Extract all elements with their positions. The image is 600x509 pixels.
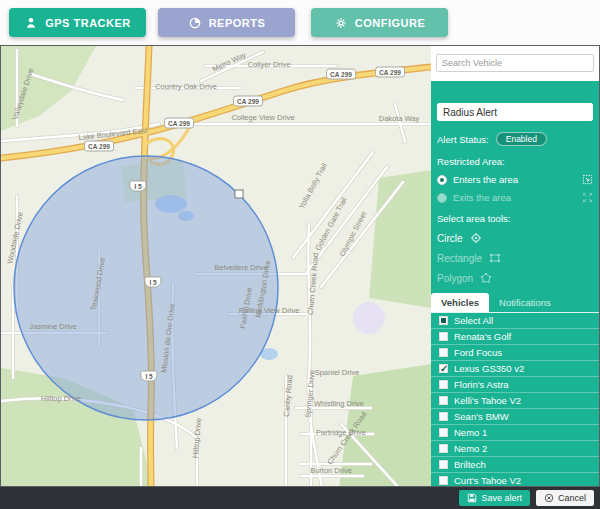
gps-tracker-app: GPS TRACKER REPORTS CONFIGURE	[0, 0, 600, 509]
tool-polygon[interactable]: Polygon	[437, 272, 593, 284]
vehicle-name: Nemo 1	[454, 427, 487, 438]
cancel-label: Cancel	[558, 493, 586, 503]
save-alert-button[interactable]: Save alert	[459, 490, 530, 506]
exits-area-label: Exits the area	[453, 192, 511, 203]
vehicle-name: Florin's Astra	[454, 379, 509, 390]
top-navigation-bar: GPS TRACKER REPORTS CONFIGURE	[0, 0, 600, 45]
alert-name-input[interactable]	[437, 103, 593, 121]
vehicle-checkbox[interactable]	[439, 476, 448, 485]
vehicle-name: Nemo 2	[454, 443, 487, 454]
vehicle-list: Select AllRenata's GolfFord FocusLexus G…	[431, 313, 599, 486]
tool-polygon-label: Polygon	[437, 273, 473, 284]
tab-notifications[interactable]: Notifications	[489, 293, 561, 312]
vehicle-checkbox[interactable]	[439, 364, 448, 373]
vehicle-name: Briltech	[454, 459, 486, 470]
reports-button[interactable]: REPORTS	[158, 8, 295, 37]
vehicle-row[interactable]: Nemo 1	[431, 425, 599, 441]
cancel-icon	[544, 493, 554, 503]
alert-sidebar: Alert Status: Enabled Restricted Area: E…	[431, 46, 599, 486]
enters-area-label: Enters the area	[453, 174, 518, 185]
enters-area-radio[interactable]	[437, 175, 447, 185]
vehicle-row[interactable]: Curt's Tahoe V2	[431, 473, 599, 486]
vehicle-checkbox[interactable]	[439, 316, 448, 325]
vehicle-row[interactable]: Ford Focus	[431, 345, 599, 361]
vehicle-name: Sean's BMW	[454, 411, 509, 422]
vehicle-row[interactable]: Briltech	[431, 457, 599, 473]
exits-area-option[interactable]: Exits the area	[437, 192, 593, 203]
main-content: Valleydale DriveCountry Oak DriveMetro W…	[0, 45, 600, 487]
area-tools-label: Select area tools:	[437, 213, 593, 224]
vehicle-row[interactable]: Kelli's Tahoe V2	[431, 393, 599, 409]
vehicle-row[interactable]: Select All	[431, 313, 599, 329]
park-area	[339, 364, 431, 486]
park-area	[369, 170, 431, 308]
tool-circle-label: Circle	[437, 233, 463, 244]
cancel-button[interactable]: Cancel	[536, 490, 594, 506]
tool-rectangle-label: Rectangle	[437, 253, 482, 264]
save-icon	[467, 493, 477, 503]
reports-label: REPORTS	[209, 17, 266, 29]
vehicle-row[interactable]: Florin's Astra	[431, 377, 599, 393]
vehicle-checkbox[interactable]	[439, 412, 448, 421]
search-vehicle-input[interactable]	[436, 54, 594, 72]
vehicle-checkbox[interactable]	[439, 428, 448, 437]
landmark-area	[353, 302, 385, 334]
vehicle-checkbox[interactable]	[439, 348, 448, 357]
tab-vehicles[interactable]: Vehicles	[431, 293, 489, 312]
circle-resize-handle[interactable]	[235, 190, 243, 198]
vehicle-checkbox[interactable]	[439, 380, 448, 389]
vehicle-name: Ford Focus	[454, 347, 502, 358]
search-area	[431, 46, 599, 81]
save-alert-label: Save alert	[481, 493, 522, 503]
tool-circle[interactable]: Circle	[437, 232, 593, 244]
vehicle-checkbox[interactable]	[439, 460, 448, 469]
gps-tracker-label: GPS TRACKER	[45, 17, 131, 29]
vehicle-name: Curt's Tahoe V2	[454, 475, 521, 486]
vehicle-name: Lexus GS350 v2	[454, 363, 524, 374]
sidebar-tabs: Vehicles Notifications	[431, 293, 599, 313]
polygon-tool-icon	[480, 272, 492, 284]
vehicle-name: Kelli's Tahoe V2	[454, 395, 521, 406]
tool-rectangle[interactable]: Rectangle	[437, 252, 593, 264]
vehicle-checkbox[interactable]	[439, 332, 448, 341]
vehicle-name: Select All	[454, 315, 493, 326]
exits-area-radio[interactable]	[437, 193, 447, 203]
footer-bar: Save alert Cancel	[0, 487, 600, 509]
map-canvas	[1, 46, 431, 486]
configure-button[interactable]: CONFIGURE	[311, 8, 448, 37]
configure-label: CONFIGURE	[355, 17, 426, 29]
vehicle-row[interactable]: Nemo 2	[431, 441, 599, 457]
configure-icon	[334, 16, 348, 30]
reports-icon	[188, 16, 202, 30]
vehicle-row[interactable]: Sean's BMW	[431, 409, 599, 425]
exit-area-icon	[582, 192, 593, 203]
rectangle-tool-icon	[489, 252, 501, 264]
restricted-area-label: Restricted Area:	[437, 156, 593, 167]
vehicle-row[interactable]: Renata's Golf	[431, 329, 599, 345]
gps-tracker-icon	[24, 16, 38, 30]
vehicle-name: Renata's Golf	[454, 331, 511, 342]
enter-area-icon	[582, 174, 593, 185]
enters-area-option[interactable]: Enters the area	[437, 174, 593, 185]
alert-panel: Alert Status: Enabled Restricted Area: E…	[431, 81, 599, 486]
map[interactable]: Valleydale DriveCountry Oak DriveMetro W…	[1, 46, 431, 486]
gps-tracker-button[interactable]: GPS TRACKER	[9, 8, 146, 37]
alert-status-label: Alert Status:	[437, 134, 489, 145]
vehicle-checkbox[interactable]	[439, 396, 448, 405]
circle-tool-icon	[470, 232, 482, 244]
alert-status-toggle[interactable]: Enabled	[496, 132, 547, 146]
vehicle-row[interactable]: Lexus GS350 v2	[431, 361, 599, 377]
vehicle-checkbox[interactable]	[439, 444, 448, 453]
